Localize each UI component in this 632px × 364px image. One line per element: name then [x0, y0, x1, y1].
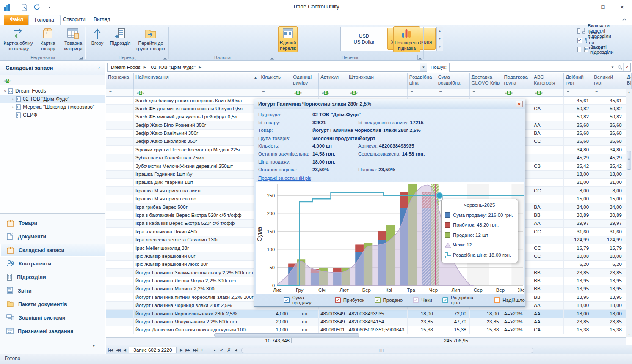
legend-item-4[interactable]: ✔Роздрібна ціна	[442, 295, 484, 305]
column-header-retail_sum[interactable]: Сума роздрібна	[436, 73, 470, 89]
tab-create[interactable]: Створити	[57, 15, 91, 25]
horizontal-scrollbar-thumb[interactable]	[214, 333, 359, 337]
scroll-left-icon[interactable]: ◀	[233, 348, 238, 352]
column-filter-retail_sum[interactable]: =	[436, 89, 470, 97]
scroll-up-icon[interactable]: ▲	[626, 89, 632, 95]
legend-checkbox[interactable]: ✔	[284, 297, 290, 303]
legend-checkbox[interactable]: ✔	[335, 297, 341, 303]
sidebar-item-8[interactable]: Призначені завдання	[0, 325, 105, 338]
dialog-close-icon[interactable]: ×	[516, 101, 523, 107]
column-header-name[interactable]: Найменування▲	[134, 73, 259, 89]
delete-record-button[interactable]: −	[205, 348, 211, 353]
column-filter-mark[interactable]: =	[106, 89, 134, 97]
minimize-button[interactable]: –	[574, 0, 593, 13]
go-up-button[interactable]: Вгору	[88, 26, 106, 52]
checkbox-closed-subdivisions[interactable]: Закриті підрозділи	[577, 46, 618, 53]
checkbox[interactable]	[577, 28, 580, 34]
column-filter-tax[interactable]: аВс	[502, 89, 532, 97]
column-header-retail[interactable]: Роздрібна ціна	[408, 73, 436, 89]
prev-page-button[interactable]: ◀◀	[114, 348, 121, 352]
breadcrumb-item[interactable]: Dream Foods	[108, 65, 142, 70]
column-header-unit[interactable]: Одиниці виміру	[291, 73, 319, 89]
legend-checkbox[interactable]: ✔	[442, 297, 448, 303]
close-button[interactable]: ×	[613, 0, 632, 13]
legend-item-3[interactable]: ✔Чеки	[413, 297, 432, 303]
legend-item-5[interactable]: Надійшло	[494, 297, 525, 303]
legend-item-0[interactable]: ✔Сума продажу	[284, 295, 325, 305]
checkbox-only-in-stock[interactable]: ✔ Лише наявні на складі	[577, 36, 608, 44]
dialog-launcher-icon[interactable]	[417, 55, 422, 60]
table-row[interactable]: Йогурт Даніссімо Фантазія шоколадні куль…	[106, 326, 632, 334]
search-input[interactable]	[450, 63, 609, 71]
column-header-tax[interactable]: Податкова група	[502, 73, 532, 89]
goto-product-group-button[interactable]: Перейти до групи товарів	[134, 26, 167, 52]
column-filter-small[interactable]: =	[564, 89, 592, 97]
chevron-down-icon[interactable]: ˅	[2, 87, 8, 95]
vertical-scrollbar[interactable]: ▲ ▼	[626, 89, 632, 337]
dialog-launcher-icon[interactable]	[163, 55, 167, 60]
tab-view[interactable]: Вигляд	[88, 15, 116, 25]
single-list-toggle[interactable]: Єдиний перелік	[278, 26, 298, 52]
sidebar-item-7[interactable]: Зовнішні системи	[0, 311, 105, 325]
checkbox[interactable]: ✔	[577, 38, 582, 43]
search-icon[interactable]	[616, 63, 623, 71]
column-filter-sku[interactable]: аВс	[319, 89, 347, 97]
column-header-sku[interactable]: Артикул	[319, 73, 347, 89]
sidebar-item-5[interactable]: Звіти	[0, 284, 105, 298]
column-header-mark[interactable]: Позначка	[106, 73, 134, 89]
column-header-qty[interactable]: Кількість	[259, 73, 291, 89]
legend-checkbox[interactable]: ✔	[413, 297, 419, 303]
checkbox[interactable]	[577, 47, 581, 52]
prev-record-button[interactable]: ◀	[121, 348, 127, 352]
extended-hint-toggle[interactable]: Розширена підказка	[393, 26, 420, 52]
sales-last-year-link[interactable]: Продажі за останній рік	[258, 175, 311, 181]
tree-item[interactable]: ›Мережа "Шоколад і морозиво"	[0, 103, 105, 111]
cancel-edit-button[interactable]: ✗	[225, 348, 232, 353]
legend-checkbox[interactable]	[494, 297, 500, 303]
product-card-button[interactable]: Картка товару	[35, 26, 61, 52]
sidebar-filter-row[interactable]: аВс	[0, 75, 105, 85]
column-filter-qty[interactable]: =	[259, 89, 291, 97]
add-record-button[interactable]: +	[199, 348, 205, 353]
column-filter-glovo[interactable]: =	[470, 89, 502, 97]
dialog-launcher-icon[interactable]	[79, 55, 83, 60]
table-row[interactable]: Йогурт Галичина Яблуко-злаки 2,2% 600г п…	[106, 318, 632, 326]
last-record-button[interactable]: ▶▶|	[191, 348, 199, 352]
sidebar-item-6[interactable]: Пакети документів	[0, 298, 105, 311]
scroll-down-icon[interactable]: ▼	[626, 331, 632, 337]
dialog-launcher-icon[interactable]	[270, 55, 274, 60]
product-matrix-button[interactable]: Товарна матриця	[62, 26, 84, 52]
legend-item-2[interactable]: ✔Продано	[375, 297, 403, 303]
breadcrumb[interactable]: Dream Foods ▶ 02 ТОВ "Дрім-Фудс" ▶ ▼	[107, 63, 427, 72]
column-header-big[interactable]: Великий гурт	[592, 73, 625, 89]
sidebar-item-2[interactable]: Складські запаси	[0, 244, 105, 257]
tree-item[interactable]: ›02 ТОВ "Дрім-Фудс"	[0, 95, 105, 103]
stock-card-button[interactable]: Картка обліку по складу	[3, 26, 33, 52]
sidebar-item-0[interactable]: Товари	[0, 216, 105, 230]
tab-file[interactable]: Файл	[4, 15, 29, 25]
sidebar-item-3[interactable]: Контрагенти	[0, 257, 105, 271]
commit-record-button[interactable]: ✔	[218, 348, 225, 353]
column-header-barcode[interactable]: Штрихкоди	[347, 73, 408, 89]
column-filter-barcode[interactable]: аВс	[347, 89, 408, 97]
currency-gallery-scroll[interactable]: ▲▼▼–	[437, 27, 443, 51]
sidebar-overflow-icon[interactable]: ▼	[0, 344, 105, 353]
division-button[interactable]: Підрозділ	[107, 26, 133, 52]
tree-item[interactable]: ˅Dream Foods	[0, 87, 105, 95]
search-clear-icon[interactable]: ×	[623, 63, 630, 71]
tree-item[interactable]: СЕЙФ	[0, 111, 105, 119]
column-filter-unit[interactable]: аВс	[291, 89, 319, 97]
sidebar-item-1[interactable]: Документи	[0, 230, 105, 244]
next-record-button[interactable]: ▶	[178, 348, 184, 352]
breadcrumb-item[interactable]: 02 ТОВ "Дрім-Фудс"	[148, 65, 198, 70]
legend-checkbox[interactable]: ✔	[375, 297, 381, 303]
maximize-button[interactable]: □	[593, 0, 613, 13]
first-record-button[interactable]: |◀◀	[106, 348, 114, 352]
column-header-cut[interactable]: До Ві	[625, 73, 632, 89]
column-filter-big[interactable]: =	[592, 89, 625, 97]
legend-item-1[interactable]: ✔Прибуток	[335, 297, 364, 303]
next-page-button[interactable]: ▶▶	[184, 348, 191, 352]
chevron-right-icon[interactable]: ›	[10, 103, 16, 111]
chevron-right-icon[interactable]: ›	[10, 95, 16, 103]
sidebar-item-4[interactable]: Підрозділи	[0, 271, 105, 284]
